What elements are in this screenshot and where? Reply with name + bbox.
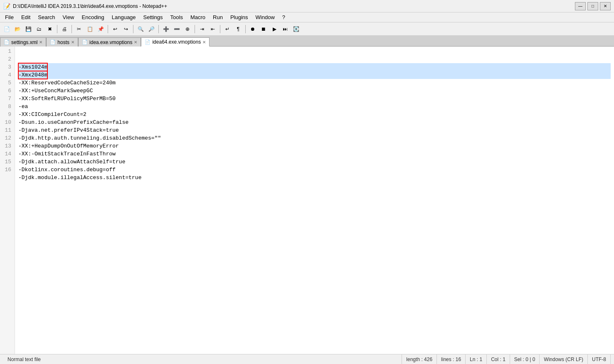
menu-item-tools[interactable]: Tools: [167, 13, 186, 21]
outdent-button[interactable]: ⇤: [208, 24, 218, 34]
print-button[interactable]: 🖨: [59, 24, 69, 34]
all-chars-button[interactable]: ¶: [233, 24, 243, 34]
menu-item-edit[interactable]: Edit: [18, 13, 34, 21]
macro-record-button[interactable]: ⏺: [248, 24, 258, 34]
menu-item-window[interactable]: Window: [252, 13, 278, 21]
code-line-16[interactable]: [18, 182, 611, 189]
code-line-15[interactable]: -Djdk.module.illegalAccess.silent=true: [18, 174, 611, 182]
line-number-7: 7: [3, 95, 11, 103]
status-sel: Sel : 0 | 0: [510, 354, 540, 364]
tab-icon-0: 📄: [4, 39, 10, 45]
maximize-button[interactable]: □: [587, 2, 598, 10]
tab-label-2: idea.exe.vmoptions: [89, 39, 132, 45]
new-button[interactable]: 📄: [2, 24, 12, 34]
code-line-12[interactable]: -XX:-OmitStackTraceInFastThrow: [18, 150, 611, 158]
window-title: D:\IDEA\IntelliJ IDEA 2019.3.1\bin\idea6…: [13, 3, 575, 9]
toolbar-separator-5: [158, 25, 159, 33]
code-line-8[interactable]: -Dsun.io.useCanonPrefixCache=false: [18, 118, 611, 126]
toolbar-separator-1: [57, 25, 57, 33]
macro-save-button[interactable]: 💽: [291, 24, 301, 34]
zoom-out-button[interactable]: ➖: [172, 24, 182, 34]
tab-bar: 📄settings.xml✕📄hosts✕📄idea.exe.vmoptions…: [0, 36, 614, 47]
line-number-15: 15: [3, 158, 11, 166]
tab-0[interactable]: 📄settings.xml✕: [0, 37, 46, 47]
menu-item-view[interactable]: View: [59, 13, 78, 21]
toolbar-separator-4: [133, 25, 133, 33]
cut-button[interactable]: ✂: [74, 24, 84, 34]
menu-item-plugins[interactable]: Plugins: [227, 13, 252, 21]
toolbar-separator-2: [72, 25, 72, 33]
code-line-13[interactable]: -Djdk.attach.allowAttachSelf=true: [18, 158, 611, 166]
editor: 12345678910111213141516 -Xms1024m-Xmx204…: [0, 47, 614, 354]
find-next-button[interactable]: 🔎: [146, 24, 156, 34]
tab-close-1[interactable]: ✕: [71, 40, 74, 44]
tab-2[interactable]: 📄idea.exe.vmoptions✕: [78, 37, 141, 47]
line-number-2: 2: [3, 55, 11, 63]
code-line-4[interactable]: -XX:+UseConcMarkSweepGC: [18, 87, 611, 95]
code-line-2[interactable]: -Xmx2048m: [18, 71, 611, 79]
save-all-button[interactable]: 🗂: [34, 24, 44, 34]
code-line-1[interactable]: -Xms1024m: [18, 63, 611, 71]
line-numbers: 12345678910111213141516: [0, 47, 15, 354]
paste-button[interactable]: 📌: [96, 24, 106, 34]
code-content[interactable]: -Xms1024m-Xmx2048m-XX:ReservedCodeCacheS…: [15, 47, 614, 354]
menu-item-encoding[interactable]: Encoding: [79, 13, 108, 21]
save-button[interactable]: 💾: [23, 24, 33, 34]
line-number-10: 10: [3, 118, 11, 126]
macro-next-button[interactable]: ⏭: [280, 24, 290, 34]
menu-bar: FileEditSearchViewEncodingLanguageSettin…: [0, 12, 614, 22]
status-lines: lines : 16: [437, 354, 466, 364]
zoom-restore-button[interactable]: ⊕: [182, 24, 192, 34]
line-number-3: 3: [3, 63, 11, 71]
code-line-5[interactable]: -XX:SoftRefLRUPolicyMSPerMB=50: [18, 95, 611, 103]
open-button[interactable]: 📂: [12, 24, 22, 34]
menu-item-settings[interactable]: Settings: [140, 13, 166, 21]
menu-item-macro[interactable]: Macro: [187, 13, 209, 21]
code-line-7[interactable]: -XX:CICompilerCount=2: [18, 111, 611, 118]
tab-close-0[interactable]: ✕: [39, 40, 42, 44]
code-line-14[interactable]: -Dkotlinx.coroutines.debug=off: [18, 166, 611, 174]
copy-button[interactable]: 📋: [85, 24, 95, 34]
line-number-4: 4: [3, 71, 11, 79]
window-controls: — □ ✕: [575, 2, 611, 10]
close-tab-button[interactable]: ✖: [45, 24, 55, 34]
code-line-3[interactable]: -XX:ReservedCodeCacheSize=240m: [18, 79, 611, 87]
tab-icon-1: 📄: [50, 39, 56, 45]
menu-item-run[interactable]: Run: [210, 13, 226, 21]
menu-item-?[interactable]: ?: [279, 13, 289, 21]
macro-stop-button[interactable]: ⏹: [259, 24, 269, 34]
toolbar: 📄 📂 💾 🗂 ✖ 🖨 ✂ 📋 📌 ↩ ↪ 🔍 🔎 ➕ ➖ ⊕ ⇥ ⇤ ↵ ¶ …: [0, 22, 614, 36]
wordwrap-button[interactable]: ↵: [222, 24, 232, 34]
status-length: length : 426: [402, 354, 437, 364]
line-number-9: 9: [3, 111, 11, 118]
menu-item-language[interactable]: Language: [108, 13, 139, 21]
code-line-10[interactable]: -Djdk.http.auth.tunneling.disabledScheme…: [18, 134, 611, 142]
tab-label-0: settings.xml: [11, 39, 37, 45]
tab-1[interactable]: 📄hosts✕: [46, 37, 78, 47]
line-number-12: 12: [3, 134, 11, 142]
code-line-11[interactable]: -XX:+HeapDumpOnOutOfMemoryError: [18, 142, 611, 150]
menu-item-file[interactable]: File: [2, 13, 17, 21]
tab-close-3[interactable]: ✕: [202, 40, 206, 44]
code-line-6[interactable]: -ea: [18, 103, 611, 111]
indent-button[interactable]: ⇥: [197, 24, 207, 34]
menu-item-search[interactable]: Search: [35, 13, 58, 21]
close-button[interactable]: ✕: [600, 2, 611, 10]
line-number-16: 16: [3, 166, 11, 174]
title-bar: 📝 D:\IDEA\IntelliJ IDEA 2019.3.1\bin\ide…: [0, 0, 614, 12]
redo-button[interactable]: ↪: [121, 24, 131, 34]
tab-3[interactable]: 📄idea64.exe.vmoptions✕: [141, 37, 210, 47]
code-line-9[interactable]: -Djava.net.preferIPv4Stack=true: [18, 126, 611, 134]
app-icon: 📝: [3, 3, 10, 10]
undo-button[interactable]: ↩: [110, 24, 120, 34]
find-button[interactable]: 🔍: [136, 24, 145, 34]
tab-icon-2: 📄: [82, 39, 88, 45]
minimize-button[interactable]: —: [575, 2, 586, 10]
zoom-in-button[interactable]: ➕: [161, 24, 171, 34]
status-encoding: UTF-8: [588, 354, 611, 364]
toolbar-separator-3: [108, 25, 108, 33]
tab-label-3: idea64.exe.vmoptions: [152, 39, 201, 45]
line-number-1: 1: [3, 47, 11, 55]
tab-close-2[interactable]: ✕: [134, 40, 137, 44]
macro-play-button[interactable]: ▶: [269, 24, 279, 34]
